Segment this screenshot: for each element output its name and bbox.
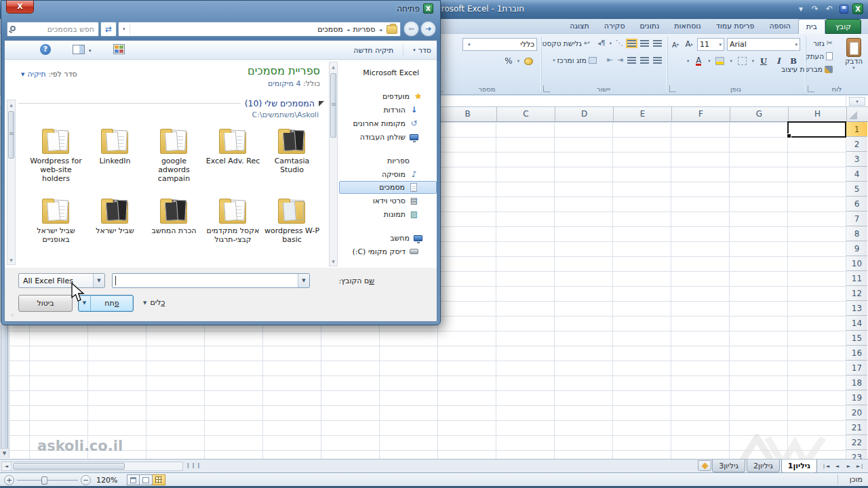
sheet-tab[interactable]: גיליון2 [747,460,780,472]
row-header[interactable]: 22 [846,435,867,450]
accounting-format-button[interactable] [524,58,533,65]
align-top-button[interactable] [653,40,662,47]
row-header[interactable]: 21 [846,420,867,435]
row-header[interactable]: 4 [846,167,867,182]
sidebar-item[interactable]: הורדות [339,103,437,117]
row-header[interactable]: 12 [846,286,867,301]
ribbon-tab[interactable]: קובץ [825,19,861,34]
open-button[interactable]: ▼ פתח [78,295,134,312]
ribbon-tab[interactable]: בית [798,19,825,34]
sidebar-item[interactable]: שולחן העבודה [339,130,437,144]
cancel-button[interactable]: ביטול [18,295,73,312]
grow-font-button[interactable]: A▴ [684,38,694,50]
bold-button[interactable]: B [788,55,799,67]
folder-item[interactable]: wordpress W-P basic [262,196,321,264]
folder-item[interactable]: LinkedIn [85,126,144,195]
preview-pane-icon[interactable] [73,45,85,54]
row-header[interactable]: 20 [846,405,867,420]
select-all-corner[interactable] [846,107,868,122]
normal-view-button[interactable] [153,474,165,485]
sidebar-item[interactable]: מוסיקה [339,167,437,181]
page-break-view-button[interactable] [140,474,153,485]
tab-splitter-handle[interactable]: ❙❙❙ [186,462,193,470]
scroll-up-arrow[interactable]: ▲ [330,62,337,71]
ribbon-tab[interactable]: סקירה [597,19,633,34]
filename-input[interactable]: ▼ [112,273,310,288]
folder-item[interactable]: אקסל מתקדמים קבצי-תרגול [203,196,262,264]
row-header[interactable]: 1 [846,122,867,137]
font-dialog-launcher[interactable] [669,85,676,92]
group-title[interactable]: המסמכים שלי (10) [245,98,315,108]
row-header[interactable]: 19 [846,390,867,405]
align-middle-button[interactable] [640,40,649,47]
expand-formula-bar-button[interactable]: ▾ [849,97,865,106]
sheet-tab[interactable]: גיליון3 [712,460,745,472]
vertical-scrollbar-thumb[interactable] [1,324,8,453]
breadcrumb-libraries[interactable]: ספריות [353,25,375,34]
row-header[interactable]: 15 [846,331,867,346]
column-header[interactable]: F [671,107,730,121]
change-view-icon[interactable] [113,44,125,54]
forward-button[interactable]: ⬅ [403,21,419,37]
refresh-button[interactable]: ⇄ [100,22,117,37]
scroll-up-arrow[interactable]: ▲ [7,100,15,109]
new-folder-button[interactable]: תיקיה חדשה [353,46,393,55]
row-header[interactable]: 9 [846,241,867,256]
sidebar-item[interactable]: ספריות [339,154,437,167]
font-family-select[interactable]: Arial▾ [727,38,800,51]
column-header[interactable]: E [613,107,671,121]
back-button[interactable]: ➜ [420,21,436,37]
folder-item[interactable]: שביל ישראל [85,196,144,264]
fill-color-button[interactable] [714,55,726,67]
zoom-slider-thumb[interactable] [41,476,47,485]
percent-style-button[interactable]: % [505,56,512,66]
zoom-in-button[interactable]: + [4,475,14,485]
merge-center-button[interactable]: מזג ומרכז ▾ [553,56,597,64]
decrease-indent-button[interactable]: ⇥ [617,56,623,64]
scroll-down-arrow[interactable]: ▼ [330,257,337,266]
row-header[interactable]: 16 [846,346,867,361]
selected-cell-A1[interactable] [787,121,846,138]
chevron-down-icon[interactable]: ▾ [89,48,92,54]
column-header[interactable]: D [555,107,613,121]
row-header[interactable]: 10 [846,256,867,271]
breadcrumb-documents[interactable]: מסמכים [317,25,343,34]
align-center-button[interactable] [640,57,649,64]
row-header[interactable]: 3 [846,152,867,167]
row-header[interactable]: 5 [846,182,867,197]
zoom-slider[interactable] [17,475,78,485]
column-header[interactable]: H [788,107,846,121]
folder-item[interactable]: google adwords campain [144,126,203,195]
help-icon[interactable]: ? [40,44,51,55]
shrink-font-button[interactable]: A▾ [670,39,681,51]
undo-button[interactable]: ↶ [823,3,835,15]
italic-button[interactable]: I [773,55,784,67]
scroll-down-arrow[interactable]: ▼ [0,448,9,458]
orientation-button[interactable]: ⋰ [616,39,623,47]
next-sheet-button[interactable]: ► [844,462,854,471]
increase-indent-button[interactable]: ⇤ [607,56,613,64]
ribbon-tab[interactable]: תצוגה [562,19,596,34]
row-header[interactable]: 11 [846,271,867,286]
folder-item[interactable]: Camtasia Studio [262,126,321,195]
ribbon-tab[interactable]: נוסחאות [667,19,708,34]
row-header[interactable]: 7 [846,211,867,226]
sidebar-item[interactable]: Microsoft Excel [339,66,437,79]
ribbon-tab[interactable]: הוספה [762,19,797,34]
resize-grip[interactable]: ⁘ [10,312,16,319]
redo-button[interactable]: ↷ [809,3,821,15]
breadcrumb[interactable]: ◄ ספריות ◄ מסמכים ▾ [118,22,401,37]
text-direction-button[interactable]: ¶◂ [597,39,605,47]
file-list-scrollbar[interactable]: ▲ ▼ [7,100,16,265]
column-header[interactable]: B [438,107,496,121]
row-header[interactable]: 8 [846,226,867,241]
save-button[interactable] [837,3,850,15]
page-layout-view-button[interactable] [127,474,140,485]
copy-button[interactable]: העתק [805,52,833,60]
borders-button[interactable] [736,55,748,67]
zoom-out-button[interactable]: − [81,475,91,485]
sidebar-item[interactable]: תמונות [339,207,437,221]
dialog-close-button[interactable]: X [6,1,34,14]
filename-dropdown-button[interactable]: ▼ [298,274,309,287]
filter-dropdown-button[interactable]: ▼ [93,274,104,287]
